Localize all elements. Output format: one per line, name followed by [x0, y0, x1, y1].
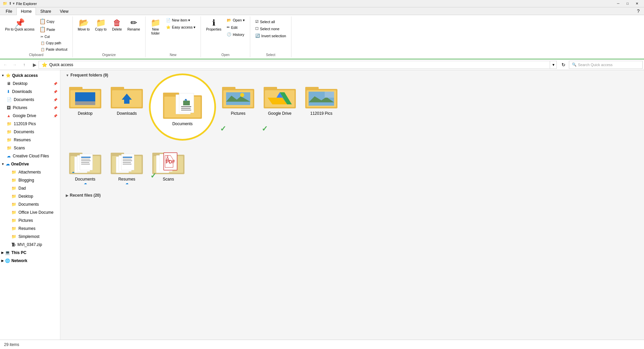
creative-cloud-icon: ☁	[7, 154, 11, 158]
folder-downloads[interactable]: Downloads	[107, 80, 146, 141]
copy-path-button[interactable]: 📋 Copy path	[38, 40, 70, 46]
select-none-button[interactable]: ☐ Select none	[253, 26, 288, 32]
folder-scans[interactable]: PDF Ã ✓ Scans	[149, 146, 188, 188]
sidebar-item-112019-pics[interactable]: 📁 112019 Pics	[0, 120, 60, 128]
organize-label: Organize	[102, 52, 116, 57]
copy-button[interactable]: 📋 Copy	[38, 18, 70, 25]
forward-button[interactable]: →	[11, 61, 19, 69]
paste-shortcut-button[interactable]: 📋 Paste shortcut	[38, 47, 70, 52]
sidebar-item-documents-od[interactable]: 📁 Documents	[0, 200, 60, 208]
search-box[interactable]: 🔍 Search Quick access	[569, 61, 643, 69]
new-item-icon: 📄	[166, 18, 171, 22]
title-bar-left: 📁 ⬆ ▾ File Explorer	[3, 1, 37, 6]
open-icon: 📂	[227, 18, 231, 22]
tab-file[interactable]: File	[1, 7, 16, 15]
sidebar-item-dad[interactable]: 📁 Dad	[0, 184, 60, 192]
edit-icon: ✏	[227, 25, 230, 30]
cut-icon: ✂	[41, 35, 43, 39]
app-title: File Explorer	[16, 2, 37, 6]
sidebar-item-mvi[interactable]: 🗜 MVI_0347.zip	[0, 241, 60, 249]
112019-pics-folder-icon	[305, 83, 338, 110]
address-path[interactable]: ⭐ Quick access	[39, 61, 550, 69]
invert-selection-button[interactable]: 🔄 Invert selection	[253, 33, 288, 39]
svg-rect-43	[81, 157, 91, 158]
quick-access-icon: ⬆	[9, 1, 12, 5]
sidebar-item-desktop[interactable]: 🖥 Desktop 📌	[0, 80, 60, 88]
new-folder-icon: 📁	[151, 19, 161, 27]
pin-to-quick-access-button[interactable]: 📌 Pin to Quick access	[3, 17, 37, 33]
resumes-cloud-folder-icon	[110, 149, 144, 176]
pictures-folder-icon	[221, 83, 255, 110]
open-button[interactable]: 📂 Open ▾	[224, 17, 247, 23]
sidebar-section-this-pc[interactable]: ▶ 💻 This PC	[0, 249, 60, 257]
back-button[interactable]: ←	[1, 61, 9, 69]
cut-button[interactable]: ✂ Cut	[38, 34, 70, 40]
up-button[interactable]: ↑	[20, 61, 28, 69]
folder-desktop[interactable]: Desktop	[66, 80, 105, 141]
folder-google-drive[interactable]: ✓ Google Drive	[260, 80, 299, 141]
folder-resumes-cloud[interactable]: Resumes ☁	[107, 146, 146, 188]
refresh-button[interactable]: ↻	[559, 61, 568, 69]
sidebar-item-google-drive[interactable]: ▲ Google Drive 📌	[0, 112, 60, 120]
close-button[interactable]: ✕	[633, 1, 641, 7]
sidebar-item-desktop-od[interactable]: 📁 Desktop	[0, 192, 60, 200]
sidebar-item-scans[interactable]: 📁 Scans	[0, 144, 60, 152]
edit-button[interactable]: ✏ Edit	[224, 24, 247, 31]
history-button[interactable]: 🕐 History	[224, 31, 247, 38]
sidebar-section-network[interactable]: ▶ 🌐 Network	[0, 257, 60, 265]
attachments-icon: 📁	[11, 170, 16, 174]
sidebar-section-quick-access[interactable]: ▼ ⭐ Quick access	[0, 71, 60, 80]
sidebar-item-simplemost[interactable]: 📁 Simplemost	[0, 233, 60, 241]
sidebar-item-documents[interactable]: 📄 Documents 📌	[0, 96, 60, 104]
sidebar-item-blogging[interactable]: 📁 Blogging	[0, 176, 60, 184]
ribbon-group-new: 📁 Newfolder 📄 New item ▾ ⭐ Easy access ▾…	[146, 16, 201, 57]
folder-documents-cloud[interactable]: ☁ Documents ☁	[66, 146, 105, 188]
delete-button[interactable]: 🗑 Delete	[110, 17, 124, 33]
sidebar-item-documents2[interactable]: 📁 Documents	[0, 128, 60, 136]
minimize-button[interactable]: ─	[614, 1, 623, 7]
sidebar-item-resumes[interactable]: 📁 Resumes	[0, 136, 60, 144]
recent-files-header[interactable]: ▶ Recent files (20)	[66, 193, 639, 198]
status-bar: 29 items	[0, 340, 644, 349]
app-icon: 📁	[3, 1, 7, 6]
sidebar-item-pictures[interactable]: 🖼 Pictures 📌	[0, 104, 60, 112]
help-button[interactable]: ?	[634, 8, 643, 14]
sidebar-google-drive-label: Google Drive	[13, 113, 36, 118]
content-area: ▼ Frequent folders (9) Desktop	[60, 70, 644, 349]
easy-access-button[interactable]: ⭐ Easy access ▾	[164, 24, 198, 31]
frequent-folders-header[interactable]: ▼ Frequent folders (9)	[66, 73, 639, 78]
sidebar-documents2-label: Documents	[14, 130, 34, 134]
tab-share[interactable]: Share	[36, 7, 55, 15]
sidebar-desktop-label: Desktop	[13, 81, 28, 86]
move-to-button[interactable]: 📂 Move to	[75, 17, 92, 33]
sidebar-item-downloads[interactable]: ⬇ Downloads 📌	[0, 88, 60, 96]
folder-pictures[interactable]: ✓ Pictures	[219, 80, 258, 141]
open-label: Open	[221, 52, 229, 57]
rename-button[interactable]: ✏ Rename	[125, 17, 143, 33]
google-drive-folder-name: Google Drive	[268, 111, 291, 116]
status-count: 29 items	[4, 342, 19, 347]
sidebar-item-attachments[interactable]: 📁 Attachments	[0, 168, 60, 176]
svg-rect-59	[123, 164, 131, 164]
sidebar-item-pictures-od[interactable]: 📁 Pictures	[0, 216, 60, 225]
sidebar-section-onedrive[interactable]: ▼ ☁ OneDrive	[0, 160, 60, 168]
sidebar-item-office-live[interactable]: 📁 Office Live Docume	[0, 208, 60, 216]
invert-icon: 🔄	[255, 34, 260, 38]
copy-to-button[interactable]: 📁 Copy to	[93, 17, 109, 33]
new-folder-button[interactable]: 📁 Newfolder	[148, 17, 163, 37]
properties-button[interactable]: ℹ Properties	[204, 17, 224, 33]
tab-view[interactable]: View	[55, 7, 73, 15]
search-icon: 🔍	[572, 62, 577, 67]
maximize-button[interactable]: □	[623, 1, 632, 7]
folder-documents-highlighted[interactable]: A Documents	[149, 73, 216, 141]
new-item-button[interactable]: 📄 New item ▾	[164, 17, 198, 23]
select-all-button[interactable]: ☑ Select all	[253, 18, 288, 25]
sidebar-item-resumes-od[interactable]: 📁 Resumes	[0, 225, 60, 233]
paste-button[interactable]: 📋 Paste	[38, 26, 70, 33]
sidebar-item-creative-cloud[interactable]: ☁ Creative Cloud Files	[0, 152, 60, 160]
address-dropdown[interactable]: ▾	[550, 61, 557, 69]
folder-112019-pics[interactable]: 112019 Pics	[302, 80, 341, 141]
scans-folder-icon: PDF Ã	[152, 149, 185, 176]
tab-home[interactable]: Home	[16, 7, 36, 15]
documents-folder-icon: 📁	[7, 130, 12, 134]
